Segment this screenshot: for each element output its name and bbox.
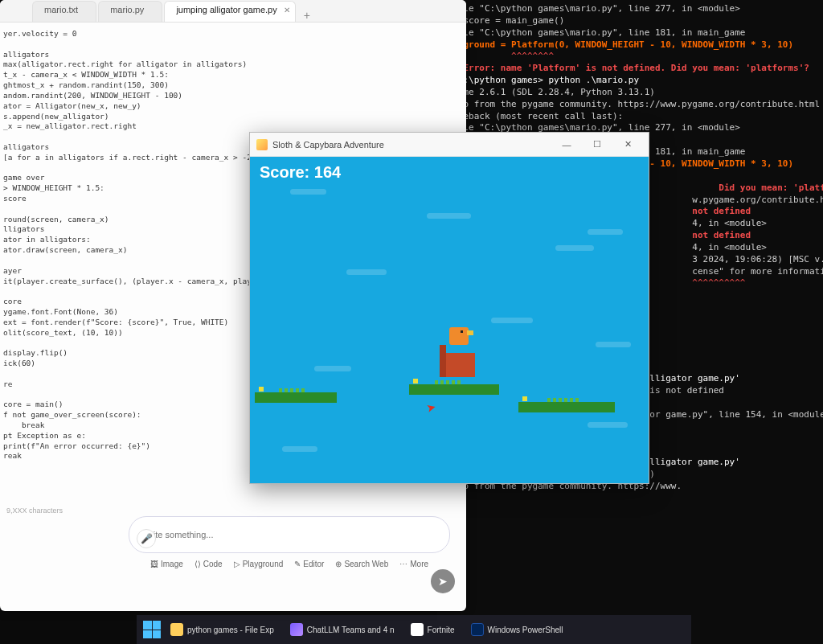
- cloud-sprite: [588, 422, 628, 428]
- taskbar-item-explorer[interactable]: python games - File Exp: [164, 621, 280, 638]
- pygame-window[interactable]: Sloth & Capybara Adventure — ☐ ✕ Score: …: [249, 132, 649, 484]
- player-sprite: [440, 335, 475, 377]
- folder-icon: [170, 623, 183, 636]
- desktop: File "C:\python games\mario.py", line 27…: [0, 0, 823, 644]
- new-tab-button[interactable]: +: [297, 9, 317, 22]
- tool-playground[interactable]: ▷ Playground: [234, 560, 284, 568]
- close-button[interactable]: ✕: [613, 135, 642, 154]
- tool-code[interactable]: ⟨⟩ Code: [194, 560, 223, 568]
- editor-charcount: 9,XXX characters: [6, 507, 63, 515]
- game-title-text: Sloth & Capybara Adventure: [272, 140, 384, 150]
- taskbar-item-chatllm[interactable]: ChatLLM Teams and 4 n: [284, 621, 401, 638]
- alligator-sprite: [518, 398, 615, 412]
- pygame-icon: [256, 139, 268, 150]
- taskbar-item-fortnite[interactable]: Fortnite: [404, 621, 461, 638]
- chat-toolbar: 🖼 Image ⟨⟩ Code ▷ Playground ✎ Editor ⊕ …: [129, 560, 450, 568]
- editor-tab-mario-py[interactable]: mario.py: [98, 1, 162, 22]
- cloud-sprite: [588, 229, 623, 235]
- mic-icon[interactable]: 🎤: [137, 529, 156, 548]
- taskbar-item-powershell[interactable]: Windows PowerShell: [465, 621, 570, 638]
- cloud-sprite: [555, 245, 594, 251]
- game-titlebar[interactable]: Sloth & Capybara Adventure — ☐ ✕: [250, 133, 649, 157]
- powershell-icon: [471, 623, 484, 636]
- score-display: Score: 164: [260, 163, 341, 182]
- windows-taskbar[interactable]: python games - File Exp ChatLLM Teams an…: [137, 615, 691, 644]
- alligator-sprite: [409, 380, 499, 395]
- tool-search[interactable]: ⊕ Search Web: [335, 560, 388, 568]
- start-button[interactable]: [143, 621, 161, 638]
- tool-more[interactable]: ⋯ More: [399, 560, 428, 568]
- chat-icon: [290, 623, 303, 636]
- editor-tab-bar: mario.txt mario.py jumping alligator gam…: [0, 0, 466, 23]
- tab-close-icon[interactable]: ✕: [284, 6, 290, 14]
- cloud-sprite: [491, 318, 533, 323]
- alligator-sprite: [255, 388, 337, 403]
- cloud-sprite: [282, 446, 317, 452]
- chat-panel: 🎤 🖼 Image ⟨⟩ Code ▷ Playground ✎ Editor …: [129, 516, 450, 600]
- tool-image[interactable]: 🖼 Image: [150, 560, 183, 568]
- send-button[interactable]: ➤: [431, 569, 455, 593]
- chat-input[interactable]: [129, 516, 450, 553]
- fortnite-icon: [411, 623, 424, 636]
- maximize-button[interactable]: ☐: [583, 135, 612, 154]
- cursor-icon: ➤: [425, 400, 438, 416]
- cloud-sprite: [290, 189, 326, 195]
- cloud-sprite: [427, 213, 471, 219]
- game-canvas[interactable]: Score: 164: [250, 157, 649, 483]
- cloud-sprite: [346, 269, 387, 275]
- tool-editor[interactable]: ✎ Editor: [294, 560, 324, 568]
- editor-tab-jumping-alligator[interactable]: jumping alligator game.py✕: [164, 1, 295, 22]
- cloud-sprite: [596, 342, 631, 347]
- minimize-button[interactable]: —: [552, 135, 581, 154]
- cloud-sprite: [314, 366, 351, 371]
- editor-tab-mario-txt[interactable]: mario.txt: [32, 1, 96, 22]
